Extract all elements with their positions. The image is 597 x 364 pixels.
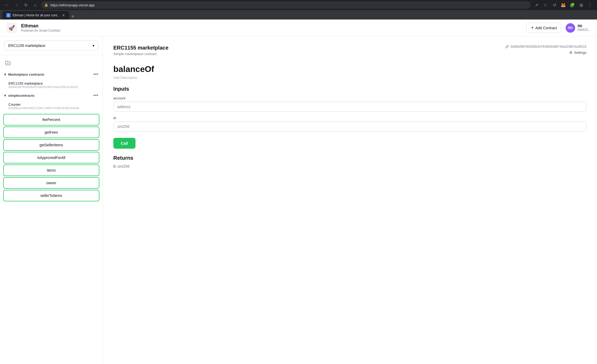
returns-section: Returns 0: uint256 [113,155,586,168]
link-icon: 🔗 [505,45,509,48]
app-logo: 🚀 [6,23,17,33]
call-button[interactable]: Call [113,138,135,149]
refresh-button[interactable]: ↻ [22,1,30,9]
returns-label: Returns [113,155,586,161]
function-btn-items[interactable]: items [3,164,99,176]
section-simple-more[interactable]: ••• [93,93,98,98]
section-marketplace-header[interactable]: ▾ Marketplace contracts ••• [0,70,103,79]
section-simple-label: simplecontracts [8,94,35,98]
add-contract-button[interactable]: + Add Contract [526,23,561,33]
plus-icon: + [531,25,534,31]
function-detail: balanceOf Add Description Inputs account… [113,64,586,168]
function-btn-getFees[interactable]: getFees [3,127,99,138]
function-btn-getSellerItems[interactable]: getSellerItems [3,139,99,151]
input-group-id: id [113,116,586,132]
add-contract-label: Add Contract [535,26,557,30]
settings-icon: ⚙ [569,51,572,55]
reload-button[interactable]: ↺ [551,1,558,9]
user-name: RD [578,24,591,28]
sidebar: ERC1155 marketplace ▾ ▾ [0,36,103,364]
input-account-label: account [113,96,586,100]
contract-info: ERC1155 marketplace Simple marketplace c… [113,45,168,56]
contract-counter-address: 0xD0fEa214B4C8EFc23AC78AFF743dD4F6923169… [8,106,98,110]
collapse-icon-simple: ▾ [4,94,6,98]
menu-button[interactable]: ⋮ [586,1,594,9]
logo-icon: 🚀 [8,25,15,31]
lock-icon: 🔒 [44,3,48,7]
window-button[interactable]: ⊞ [577,1,585,9]
tab-title: Ethman | Home for all your cont... [13,13,60,17]
collapse-icon: ▾ [4,72,6,76]
function-btn-owner[interactable]: owner [3,177,99,189]
dropdown-chevron-icon: ▾ [93,43,94,48]
app-header: 🚀 Ethman Postman for Smart Contract + Ad… [0,20,597,36]
sidebar-toolbar [0,57,103,70]
app-subtitle: Postman for Smart Contract [21,29,522,32]
back-button[interactable]: ← [3,1,11,9]
contract-main-name: ERC1155 marketplace [113,45,168,51]
user-initials: RD [568,26,573,30]
contract-marketplace-address: 0x06429878342Db41F6AE831B6744a3199C41d93… [8,85,98,89]
section-marketplace: ▾ Marketplace contracts ••• ERC1155 mark… [0,70,103,91]
tab-favicon: E [6,13,11,17]
contract-header: ERC1155 marketplace Simple marketplace c… [113,45,586,56]
forward-button[interactable]: → [13,1,20,9]
app-title-area: Ethman Postman for Smart Contract [21,23,522,32]
tab-close-button[interactable]: ✕ [62,13,65,17]
function-btn-sellerToItems[interactable]: sellerToItems [3,190,99,201]
section-marketplace-title: ▾ Marketplace contracts [4,72,44,76]
section-marketplace-label: Marketplace contracts [8,72,44,76]
function-btn-isApprovedForAll[interactable]: isApprovedForAll [3,152,99,163]
user-address: 0xb522... [578,28,591,32]
sidebar-header: ERC1155 marketplace ▾ [0,36,103,55]
input-account-field[interactable] [113,102,586,112]
contract-item-counter[interactable]: Counter 0xD0fEa214B4C8EFc23AC78AFF743dD4… [0,100,103,112]
section-simple: ▾ simplecontracts ••• Counter 0xD0fEa214… [0,91,103,112]
contract-marketplace-name: ERC1155 marketplace [8,81,98,85]
address-bar[interactable]: 🔒 https://ethmanapp.vercel.app [41,1,531,9]
app-body: ERC1155 marketplace ▾ ▾ [0,36,597,364]
user-avatar: RD [566,23,575,33]
input-id-label: id [113,116,586,120]
browser-chrome: ← → ↻ ⌂ 🔒 https://ethmanapp.vercel.app ↗… [0,0,597,10]
contract-actions: 🔗 0x06429878342Db41F6AE831B6744a3199C41d… [505,45,586,55]
section-simple-title: ▾ simplecontracts [4,94,35,98]
collection-selector[interactable]: ERC1155 marketplace ▾ [4,41,98,51]
extensions-button[interactable]: 🧩 [569,1,576,9]
extension-fox[interactable]: 🦊 [560,1,567,9]
function-description[interactable]: Add Description [113,76,586,80]
input-id-field[interactable] [113,122,586,132]
settings-button[interactable]: ⚙ Settings [569,51,586,55]
settings-label: Settings [574,51,586,55]
function-list: feePercent getFees getSellerItems isAppr… [0,114,103,201]
new-folder-button[interactable] [4,59,12,67]
user-section: RD RD 0xb522... [566,23,591,33]
input-group-account: account [113,96,586,112]
contract-link[interactable]: 🔗 0x06429878342Db41F6AE831B6744a3199C41d… [505,45,586,48]
url-text: https://ethmanapp.vercel.app [50,3,95,7]
contract-description: Simple marketplace contract [113,52,168,56]
home-button[interactable]: ⌂ [32,1,39,9]
contract-item-marketplace[interactable]: ERC1155 marketplace 0x06429878342Db41F6A… [0,79,103,91]
user-info: RD 0xb522... [578,24,591,32]
cast-button[interactable]: ↗ [533,1,540,9]
bookmark-button[interactable]: ☆ [542,1,549,9]
contract-address-display: 0x06429878342Db41F6AE831B6744a3199C41d93… [511,45,586,48]
sidebar-content: ▾ Marketplace contracts ••• ERC1155 mark… [0,55,103,364]
section-marketplace-more[interactable]: ••• [93,72,98,77]
return-index: 0: [113,164,118,168]
main-content: ERC1155 marketplace Simple marketplace c… [103,36,597,364]
browser-controls: ← → ↻ ⌂ [3,1,39,9]
browser-tab-active[interactable]: E Ethman | Home for all your cont... ✕ [2,11,69,20]
browser-tab-bar: E Ethman | Home for all your cont... ✕ + [0,10,597,20]
section-simple-header[interactable]: ▾ simplecontracts ••• [0,91,103,100]
return-item-0: 0: uint256 [113,164,586,168]
collection-name: ERC1155 marketplace [8,43,45,48]
app-title: Ethman [21,23,522,29]
contract-counter-name: Counter [8,103,98,106]
return-type: uint256 [118,164,130,168]
new-tab-button[interactable]: + [69,13,77,20]
function-btn-feePercent[interactable]: feePercent [3,114,99,125]
inputs-label: Inputs [113,86,586,92]
function-name: balanceOf [113,64,586,74]
